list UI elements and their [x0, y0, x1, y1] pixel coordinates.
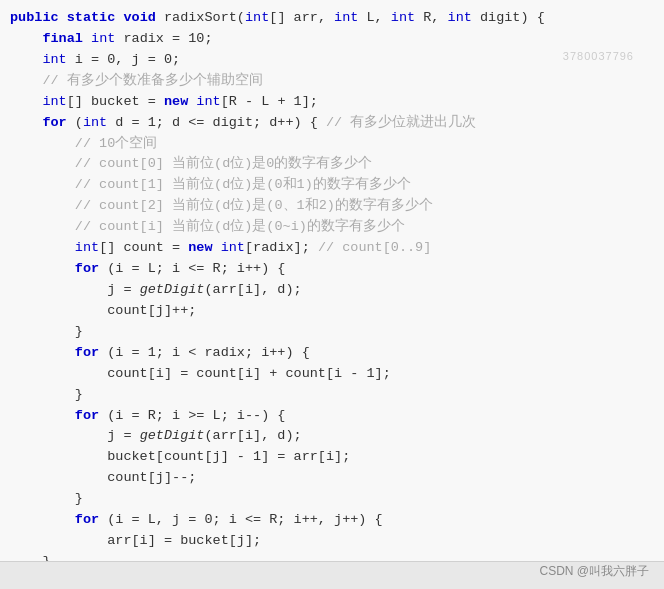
footer-text: CSDN @叫我六胖子	[539, 562, 649, 581]
code-line: // count[1] 当前位(d位)是(0和1)的数字有多少个	[10, 175, 654, 196]
code-container: 3780037796 public static void radixSort(…	[0, 0, 664, 589]
code-line: for (i = L; i <= R; i++) {	[10, 259, 654, 280]
code-line: for (i = 1; i < radix; i++) {	[10, 343, 654, 364]
code-line: arr[i] = bucket[j];	[10, 531, 654, 552]
code-line: int[] count = new int[radix]; // count[0…	[10, 238, 654, 259]
code-line: count[i] = count[i] + count[i - 1];	[10, 364, 654, 385]
code-line: count[j]++;	[10, 301, 654, 322]
code-line: final int radix = 10;	[10, 29, 654, 50]
code-line: bucket[count[j] - 1] = arr[i];	[10, 447, 654, 468]
code-line: j = getDigit(arr[i], d);	[10, 426, 654, 447]
code-line: // 有多少个数准备多少个辅助空间	[10, 71, 654, 92]
code-line: int i = 0, j = 0;	[10, 50, 654, 71]
watermark: 3780037796	[563, 48, 634, 65]
code-line: }	[10, 385, 654, 406]
code-line: int[] bucket = new int[R - L + 1];	[10, 92, 654, 113]
code-line: for (i = L, j = 0; i <= R; i++, j++) {	[10, 510, 654, 531]
code-line: for (i = R; i >= L; i--) {	[10, 406, 654, 427]
code-line: }	[10, 489, 654, 510]
bottom-bar: CSDN @叫我六胖子	[0, 561, 664, 589]
code-line: for (int d = 1; d <= digit; d++) { // 有多…	[10, 113, 654, 134]
code-line: j = getDigit(arr[i], d);	[10, 280, 654, 301]
code-line: // count[i] 当前位(d位)是(0~i)的数字有多少个	[10, 217, 654, 238]
code-line: }	[10, 322, 654, 343]
code-line: // count[2] 当前位(d位)是(0、1和2)的数字有多少个	[10, 196, 654, 217]
code-line: // 10个空间	[10, 134, 654, 155]
code-line: public static void radixSort(int[] arr, …	[10, 8, 654, 29]
code-line: count[j]--;	[10, 468, 654, 489]
code-line: // count[0] 当前位(d位)是0的数字有多少个	[10, 154, 654, 175]
